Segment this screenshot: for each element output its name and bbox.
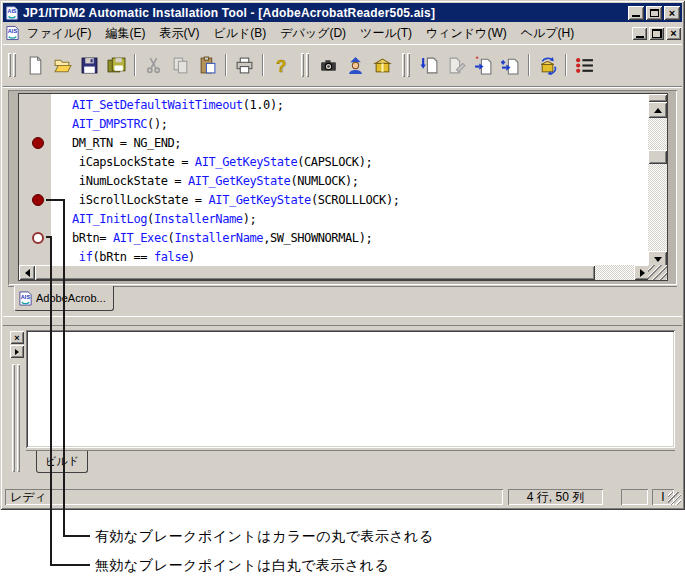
- arrow-right-icon: [640, 269, 645, 277]
- cut-button[interactable]: [140, 52, 167, 78]
- breakpoint-list-icon: [575, 56, 594, 75]
- print-icon: [235, 56, 254, 75]
- window-resize-grip[interactable]: [668, 492, 681, 505]
- minimize-icon: [632, 15, 640, 17]
- print-button[interactable]: [231, 52, 258, 78]
- code-line[interactable]: DM_RTN = NG_END;: [72, 134, 648, 153]
- toolbar-gripper[interactable]: [407, 53, 410, 77]
- menu-view[interactable]: 表示(V): [152, 23, 206, 44]
- disabled-breakpoint-note: 無効なブレークポイントは白丸で表示される: [95, 557, 389, 575]
- script-editor: AIT_SetDefaultWaitTimeout(1.0);AIT_DMPST…: [18, 93, 668, 281]
- callout-line-disabled: [50, 236, 52, 566]
- disabled-breakpoint-marker[interactable]: [32, 232, 44, 244]
- paste-button[interactable]: [194, 52, 221, 78]
- enabled-breakpoint-marker[interactable]: [32, 137, 44, 149]
- mdi-minimize-icon: [636, 36, 644, 38]
- mdi-restore-button[interactable]: [649, 27, 664, 40]
- menu-edit[interactable]: 編集(E): [98, 23, 152, 44]
- mdi-close-icon: ×: [670, 28, 676, 38]
- wizard-icon: [346, 56, 365, 75]
- save-all-button[interactable]: [103, 52, 130, 78]
- build-package-button[interactable]: [534, 52, 561, 78]
- code-line[interactable]: iScrollLockState = AIT_GetKeyState(SCROL…: [72, 191, 648, 210]
- callout-line-enabled: [63, 199, 65, 537]
- open-file-button[interactable]: [49, 52, 76, 78]
- breakpoint-gutter[interactable]: [19, 94, 51, 267]
- editor-region: AIT_SetDefaultWaitTimeout(1.0);AIT_DMPST…: [8, 90, 677, 285]
- scroll-up-button[interactable]: [648, 102, 667, 118]
- capture-button[interactable]: [315, 52, 342, 78]
- output-tab-bar: ビルド: [26, 450, 675, 480]
- code-editor[interactable]: AIT_SetDefaultWaitTimeout(1.0);AIT_DMPST…: [51, 94, 648, 267]
- split-handle[interactable]: [648, 94, 667, 102]
- code-line[interactable]: iNumLockState = AIT_GetKeyState(NUMLOCK)…: [72, 172, 648, 191]
- code-line[interactable]: bRtn= AIT_Exec(InstallerName,SW_SHOWNORM…: [72, 229, 648, 248]
- save-icon: [80, 56, 99, 75]
- mdi-restore-icon: [652, 29, 662, 38]
- package-button[interactable]: [369, 52, 396, 78]
- menu-build[interactable]: ビルド(B): [206, 23, 273, 44]
- new-step-document-button[interactable]: *: [470, 52, 497, 78]
- menu-window[interactable]: ウィンドウ(W): [419, 23, 514, 44]
- vertical-scroll-thumb[interactable]: [648, 150, 667, 164]
- build-output-area[interactable]: [26, 330, 675, 448]
- menu-debug[interactable]: デバッグ(D): [273, 23, 353, 44]
- open-folder-icon: [53, 56, 72, 75]
- menu-file[interactable]: ファイル(F): [20, 23, 98, 44]
- output-expand-button[interactable]: [10, 345, 24, 358]
- toolbar-gripper[interactable]: [402, 53, 405, 77]
- edit-document-button[interactable]: [443, 52, 470, 78]
- build-tab[interactable]: ビルド: [36, 451, 88, 473]
- mdi-close-button[interactable]: ×: [666, 27, 681, 40]
- toolbar-gripper[interactable]: [13, 53, 16, 77]
- add-step-document-button[interactable]: [497, 52, 524, 78]
- wizard-button[interactable]: [342, 52, 369, 78]
- ais-document-icon[interactable]: AIS: [5, 25, 20, 41]
- copy-icon: [171, 56, 190, 75]
- minimize-button[interactable]: [628, 6, 644, 20]
- help-button[interactable]: ?: [268, 52, 295, 78]
- output-gripper[interactable]: [17, 364, 20, 472]
- toolbar: ?: [3, 45, 682, 85]
- export-document-icon: [420, 56, 439, 75]
- code-line[interactable]: AIT_SetDefaultWaitTimeout(1.0);: [72, 96, 648, 115]
- new-document-button[interactable]: [22, 52, 49, 78]
- toolbar-gripper[interactable]: [301, 53, 304, 77]
- code-line[interactable]: iCapsLockState = AIT_GetKeyState(CAPSLOC…: [72, 153, 648, 172]
- menu-help[interactable]: ヘルプ(H): [514, 23, 582, 44]
- code-line[interactable]: AIT_DMPSTRC();: [72, 115, 648, 134]
- svg-text:*: *: [476, 56, 480, 64]
- enabled-breakpoint-marker[interactable]: [32, 194, 44, 206]
- close-button[interactable]: ×: [664, 6, 680, 20]
- horizontal-scrollbar[interactable]: [19, 265, 650, 280]
- vertical-scrollbar[interactable]: [648, 94, 667, 267]
- svg-text:AIS: AIS: [21, 293, 31, 299]
- ais-app-icon: AIS: [5, 6, 19, 20]
- save-button[interactable]: [76, 52, 103, 78]
- resize-grip[interactable]: [648, 265, 667, 280]
- toolbar-gripper[interactable]: [306, 53, 309, 77]
- output-close-button[interactable]: ×: [10, 331, 24, 344]
- arrow-left-icon: [25, 269, 30, 277]
- toolbar-gripper[interactable]: [8, 53, 11, 77]
- paste-icon: [198, 56, 217, 75]
- horizontal-scroll-thumb[interactable]: [35, 265, 595, 280]
- arrow-down-icon: [654, 257, 662, 262]
- scroll-track[interactable]: [595, 265, 634, 280]
- copy-button[interactable]: [167, 52, 194, 78]
- pane-splitter[interactable]: [3, 316, 682, 326]
- maximize-icon: [650, 9, 659, 17]
- menu-tools[interactable]: ツール(T): [353, 23, 419, 44]
- scroll-left-button[interactable]: [19, 265, 35, 280]
- export-document-button[interactable]: [416, 52, 443, 78]
- enabled-breakpoint-note: 有効なブレークポイントはカラーの丸で表示される: [95, 528, 434, 546]
- title-bar[interactable]: AIS JP1/ITDM2 Automatic Installation Too…: [3, 3, 682, 22]
- breakpoint-list-button[interactable]: [571, 52, 598, 78]
- code-line[interactable]: AIT_InitLog(InstallerName);: [72, 210, 648, 229]
- maximize-button[interactable]: [646, 6, 662, 20]
- document-tab-bar: AIS AdobeAcrob...: [8, 286, 677, 314]
- output-window: × ビルド: [8, 328, 677, 485]
- output-gripper[interactable]: [12, 364, 15, 472]
- code-lines: AIT_SetDefaultWaitTimeout(1.0);AIT_DMPST…: [72, 96, 648, 267]
- mdi-minimize-button[interactable]: [632, 27, 647, 40]
